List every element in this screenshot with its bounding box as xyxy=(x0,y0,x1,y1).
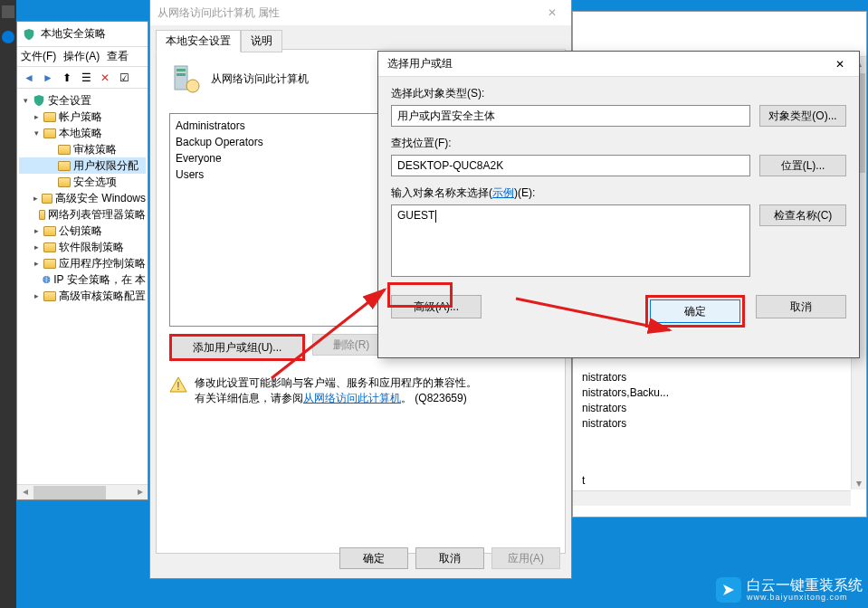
button-label: 删除(R) xyxy=(333,337,370,353)
chevron-right-icon[interactable]: ▸ xyxy=(32,242,41,252)
chevron-right-icon[interactable]: ▸ xyxy=(32,291,41,300)
properties-titlebar[interactable]: 从网络访问此计算机 属性 ✕ xyxy=(150,0,571,25)
taskbar-icon[interactable] xyxy=(2,31,14,43)
mmc-toolbar: ◄ ► ⬆ ☰ ✕ ☑ xyxy=(17,67,148,89)
folder-icon xyxy=(58,177,71,187)
tab-description[interactable]: 说明 xyxy=(241,30,282,52)
tree-item-user-rights-assignment[interactable]: 用户权限分配 xyxy=(19,157,146,174)
object-name-input[interactable]: GUEST xyxy=(391,204,750,277)
taskbar xyxy=(0,0,16,608)
apply-button: 应用(A) xyxy=(491,547,560,569)
horizontal-scrollbar[interactable]: ◂ ▸ xyxy=(17,484,148,499)
horizontal-scrollbar[interactable] xyxy=(573,490,851,506)
tree-view: ▾ 安全设置 ▸ 帐户策略 ▾ 本地策略 审核策略 用户权限分配 安全选项 xyxy=(17,89,148,308)
select-titlebar[interactable]: 选择用户或组 ✕ xyxy=(378,52,859,77)
watermark-text-en: www.baiyunxitong.com xyxy=(747,594,863,603)
chevron-right-icon[interactable]: ▸ xyxy=(32,194,39,203)
forward-button[interactable]: ► xyxy=(40,70,56,86)
text-cursor-icon xyxy=(435,210,436,223)
tree-label: 审核策略 xyxy=(73,142,117,157)
folder-icon xyxy=(43,128,56,138)
location-label: 查找位置(F): xyxy=(391,136,846,151)
tree-label: 高级安全 Windows xyxy=(55,191,146,206)
object-type-label: 选择此对象类型(S): xyxy=(391,86,846,101)
tree-item-advanced-audit[interactable]: ▸ 高级审核策略配置 xyxy=(19,288,146,304)
menu-view[interactable]: 查看 xyxy=(107,49,129,64)
chevron-down-icon[interactable]: ▾ xyxy=(21,96,30,105)
cancel-button[interactable]: 取消 xyxy=(756,295,846,318)
advanced-button[interactable]: 高级(A)... xyxy=(391,295,482,318)
locations-button[interactable]: 位置(L)... xyxy=(759,155,846,176)
mmc-titlebar[interactable]: 本地安全策略 xyxy=(17,22,148,47)
info-link[interactable]: 从网络访问此计算机 xyxy=(303,392,401,404)
list-item[interactable]: nistrators,Backu... xyxy=(582,385,857,401)
tree-label: 高级审核策略配置 xyxy=(59,289,146,304)
button-label: 取消 xyxy=(790,299,812,315)
tree-item-ipsec[interactable]: IP 安全策略，在 本 xyxy=(19,271,146,288)
tree-item-advanced-firewall[interactable]: ▸ 高级安全 Windows xyxy=(19,190,146,206)
tree-item-local-policies[interactable]: ▾ 本地策略 xyxy=(19,125,146,141)
dialog-title: 选择用户或组 xyxy=(387,56,453,71)
list-icon[interactable]: ☰ xyxy=(78,70,94,86)
list-item[interactable]: nistrators xyxy=(582,401,857,416)
up-button[interactable]: ⬆ xyxy=(59,70,75,86)
tree-item-network-list[interactable]: 网络列表管理器策略 xyxy=(19,206,146,223)
check-names-button[interactable]: 检查名称(C) xyxy=(759,204,846,226)
chevron-right-icon[interactable]: ▸ xyxy=(32,226,41,235)
list-item[interactable]: nistrators xyxy=(582,416,857,432)
ok-button[interactable]: 确定 xyxy=(339,547,408,569)
tree-label: 安全选项 xyxy=(73,175,117,190)
tree-item-audit-policy[interactable]: 审核策略 xyxy=(19,141,146,157)
cancel-button[interactable]: 取消 xyxy=(415,547,484,569)
tree-label: 应用程序控制策略 xyxy=(59,256,146,271)
svg-text:!: ! xyxy=(176,380,179,393)
tab-strip: 本地安全设置说明 xyxy=(150,25,571,49)
chevron-right-icon[interactable]: ▸ xyxy=(32,259,41,268)
object-types-button[interactable]: 对象类型(O)... xyxy=(759,105,846,127)
back-button[interactable]: ◄ xyxy=(21,70,37,86)
object-type-field: 用户或内置安全主体 xyxy=(391,105,750,127)
list-item[interactable]: nistrators xyxy=(582,370,857,385)
shield-icon xyxy=(23,28,35,41)
tree-item-app-control[interactable]: ▸ 应用程序控制策略 xyxy=(19,255,146,271)
tree-label: 帐户策略 xyxy=(59,109,102,125)
tree-label: 用户权限分配 xyxy=(73,158,138,174)
properties-icon[interactable]: ☑ xyxy=(116,70,132,86)
close-button[interactable]: ✕ xyxy=(821,52,859,76)
taskbar-icon[interactable] xyxy=(2,5,14,18)
tree-item-software-restriction[interactable]: ▸ 软件限制策略 xyxy=(19,239,146,255)
chevron-right-icon[interactable]: ▸ xyxy=(32,112,41,121)
folder-icon xyxy=(43,259,56,269)
tree-item-pubkey[interactable]: ▸ 公钥策略 xyxy=(19,223,146,239)
folder-icon xyxy=(42,194,52,204)
list-item[interactable]: t xyxy=(582,473,857,489)
mmc-title: 本地安全策略 xyxy=(41,26,106,42)
tree-label: 网络列表管理器策略 xyxy=(48,207,146,223)
tree-item-account-policies[interactable]: ▸ 帐户策略 xyxy=(19,109,146,125)
tree-item-security-options[interactable]: 安全选项 xyxy=(19,174,146,190)
chevron-down-icon[interactable]: ▾ xyxy=(32,128,41,138)
ok-highlight: 确定 xyxy=(645,295,745,328)
folder-icon xyxy=(39,210,45,220)
mgmt-titlebar[interactable] xyxy=(573,12,866,37)
warning-icon: ! xyxy=(169,375,187,394)
button-label: 添加用户或组(U)... xyxy=(193,340,282,356)
tree-root[interactable]: ▾ 安全设置 xyxy=(19,92,146,109)
local-security-policy-window: 本地安全策略 文件(F) 操作(A) 查看 ◄ ► ⬆ ☰ ✕ ☑ ▾ 安全设置… xyxy=(16,21,148,500)
mmc-menubar: 文件(F) 操作(A) 查看 xyxy=(17,47,148,67)
delete-icon[interactable]: ✕ xyxy=(97,70,113,86)
object-name-label: 输入对象名称来选择(示例)(E): xyxy=(391,185,846,201)
folder-icon xyxy=(43,226,56,236)
button-label: 取消 xyxy=(439,551,461,566)
close-button[interactable]: ✕ xyxy=(533,1,571,25)
folder-icon xyxy=(43,242,56,252)
tab-local-security[interactable]: 本地安全设置 xyxy=(156,30,241,52)
ok-button[interactable]: 确定 xyxy=(650,299,740,323)
add-user-or-group-button[interactable]: 添加用户或组(U)... xyxy=(169,334,305,361)
menu-action[interactable]: 操作(A) xyxy=(63,49,100,64)
examples-link[interactable]: 示例 xyxy=(492,186,514,199)
watermark-text-cn: 白云一键重装系统 xyxy=(747,577,863,594)
menu-file[interactable]: 文件(F) xyxy=(21,49,56,64)
folder-icon xyxy=(43,112,56,122)
watermark: 白云一键重装系统 www.baiyunxitong.com xyxy=(716,577,863,603)
